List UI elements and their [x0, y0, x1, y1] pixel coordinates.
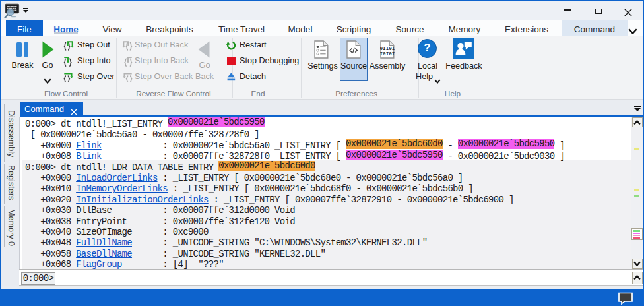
svg-text:I0I0I: I0I0I: [380, 51, 395, 57]
svg-text:0II0I: 0II0I: [380, 46, 395, 51]
